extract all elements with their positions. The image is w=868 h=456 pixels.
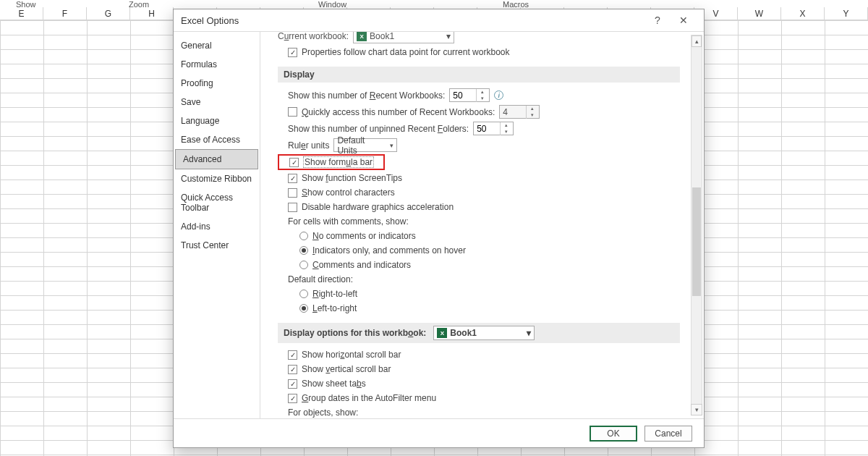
sidebar-item-formulas[interactable]: Formulas xyxy=(174,55,260,74)
column-header[interactable]: E xyxy=(0,7,43,20)
info-icon[interactable]: i xyxy=(494,90,503,100)
disable-hw-accel-checkbox[interactable]: ✓ xyxy=(288,203,297,212)
current-workbook-dropdown[interactable]: X Book1 ▾ xyxy=(353,32,454,43)
column-header[interactable]: H xyxy=(130,7,174,20)
sidebar-item-trust-center[interactable]: Trust Center xyxy=(174,236,260,255)
sheet-tabs-checkbox[interactable]: ✓ xyxy=(288,379,297,389)
comments-indicators-radio[interactable] xyxy=(299,246,308,255)
current-workbook-label: Current workbook: xyxy=(278,32,349,41)
help-button[interactable]: ? xyxy=(644,11,671,30)
sidebar-item-customize-ribbon[interactable]: Customize Ribbon xyxy=(174,169,260,188)
sidebar-item-ease-of-access[interactable]: Ease of Access xyxy=(174,130,260,149)
show-formula-bar-checkbox[interactable]: ✓ xyxy=(289,158,299,167)
column-header[interactable]: W xyxy=(738,7,781,20)
v-scroll-checkbox[interactable]: ✓ xyxy=(288,365,297,374)
sidebar-item-add-ins[interactable]: Add-ins xyxy=(174,217,260,236)
scroll-thumb[interactable] xyxy=(692,187,701,296)
sidebar-item-save[interactable]: Save xyxy=(174,93,260,111)
display-workbook-section-header: Display options for this workbook: X Boo… xyxy=(278,323,680,343)
options-content: Current workbook: X Book1 ▾ ✓ Properties… xyxy=(260,32,704,418)
quick-recent-spinner: ▴▾ xyxy=(499,105,540,119)
ok-button[interactable]: OK xyxy=(590,426,637,442)
chevron-down-icon: ▾ xyxy=(390,142,393,149)
recent-workbooks-label: Show this number of Recent Workbooks: xyxy=(288,90,445,101)
show-screentips-checkbox[interactable]: ✓ xyxy=(288,174,297,183)
unpinned-folders-spinner[interactable]: ▴▾ xyxy=(473,122,514,135)
recent-workbooks-spinner[interactable]: ▴▾ xyxy=(449,88,490,102)
current-workbook-row: Current workbook: X Book1 ▾ xyxy=(278,32,689,45)
column-header[interactable]: F xyxy=(43,7,87,20)
show-control-chars-checkbox[interactable]: ✓ xyxy=(288,188,297,198)
display-section-header: Display xyxy=(278,67,680,83)
direction-header: Default direction: xyxy=(278,272,689,287)
show-formula-bar-label: Show formula bar xyxy=(303,156,374,168)
h-scroll-checkbox[interactable]: ✓ xyxy=(288,350,297,360)
dir-ltr-radio[interactable] xyxy=(299,304,308,313)
properties-follow-chart-label: Properties follow chart data point for c… xyxy=(302,47,509,57)
vertical-scrollbar[interactable]: ▴ ▾ xyxy=(691,35,702,415)
scroll-up-button[interactable]: ▴ xyxy=(692,35,702,47)
quick-recent-label: Quickly access this number of Recent Wor… xyxy=(302,107,495,117)
show-screentips-label: Show function ScreenTips xyxy=(302,173,402,183)
display-workbook-dropdown[interactable]: X Book1 ▾ xyxy=(433,326,535,340)
column-header[interactable]: G xyxy=(87,7,130,20)
excel-options-dialog: Excel Options ? ✕ GeneralFormulasProofin… xyxy=(173,9,705,448)
dir-rtl-radio[interactable] xyxy=(299,290,308,298)
excel-icon: X xyxy=(357,32,367,41)
group-dates-checkbox[interactable]: ✓ xyxy=(288,394,297,403)
comments-header: For cells with comments, show: xyxy=(278,214,689,229)
sidebar-item-language[interactable]: Language xyxy=(174,111,260,130)
sidebar-item-proofing[interactable]: Proofing xyxy=(174,74,260,93)
show-control-chars-label: Show control characters xyxy=(302,187,395,198)
properties-follow-chart-checkbox[interactable]: ✓ xyxy=(288,48,297,57)
sidebar-item-advanced[interactable]: Advanced xyxy=(175,149,258,169)
show-formula-bar-highlight: ✓ Show formula bar xyxy=(278,154,385,170)
sidebar-item-general[interactable]: General xyxy=(174,36,260,55)
column-header[interactable]: X xyxy=(781,7,825,20)
sidebar-item-quick-access-toolbar[interactable]: Quick Access Toolbar xyxy=(174,188,260,217)
cancel-button[interactable]: Cancel xyxy=(644,426,692,442)
comments-none-radio[interactable] xyxy=(299,232,308,240)
objects-header: For objects, show: xyxy=(278,405,689,418)
disable-hw-accel-label: Disable hardware graphics acceleration xyxy=(302,202,454,212)
excel-icon: X xyxy=(437,328,447,338)
dialog-title: Excel Options xyxy=(181,15,644,26)
ruler-units-dropdown[interactable]: Default Units▾ xyxy=(333,138,397,152)
comments-both-radio[interactable] xyxy=(299,261,308,269)
ruler-units-label: Ruler units xyxy=(288,140,329,151)
close-button[interactable]: ✕ xyxy=(671,11,697,30)
unpinned-folders-label: Show this number of unpinned Recent Fold… xyxy=(288,124,469,134)
options-sidebar: GeneralFormulasProofingSaveLanguageEase … xyxy=(174,32,260,418)
dialog-footer: OK Cancel xyxy=(174,418,704,447)
scroll-down-button[interactable]: ▾ xyxy=(691,404,702,415)
dialog-titlebar: Excel Options ? ✕ xyxy=(174,9,704,31)
chevron-down-icon: ▾ xyxy=(446,32,451,41)
properties-follow-chart-row: ✓ Properties follow chart data point for… xyxy=(278,45,689,59)
ribbon-group-labels: Show Zoom Window Macros xyxy=(0,0,868,7)
quick-recent-checkbox[interactable]: ✓ xyxy=(288,107,297,117)
column-header[interactable]: Y xyxy=(825,7,868,20)
chevron-down-icon: ▾ xyxy=(527,328,531,338)
